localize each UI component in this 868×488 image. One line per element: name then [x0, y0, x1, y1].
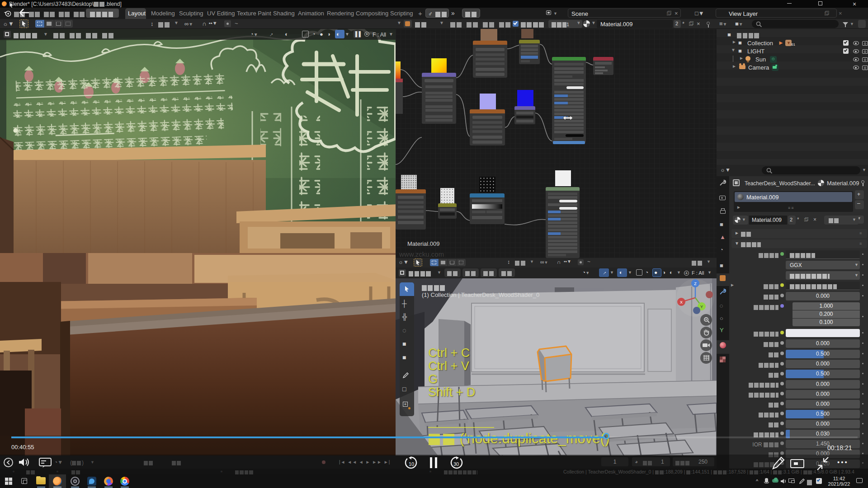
svg-text:Z: Z [694, 282, 697, 286]
svg-text:X: X [680, 300, 683, 305]
svg-text:Y: Y [700, 305, 703, 309]
